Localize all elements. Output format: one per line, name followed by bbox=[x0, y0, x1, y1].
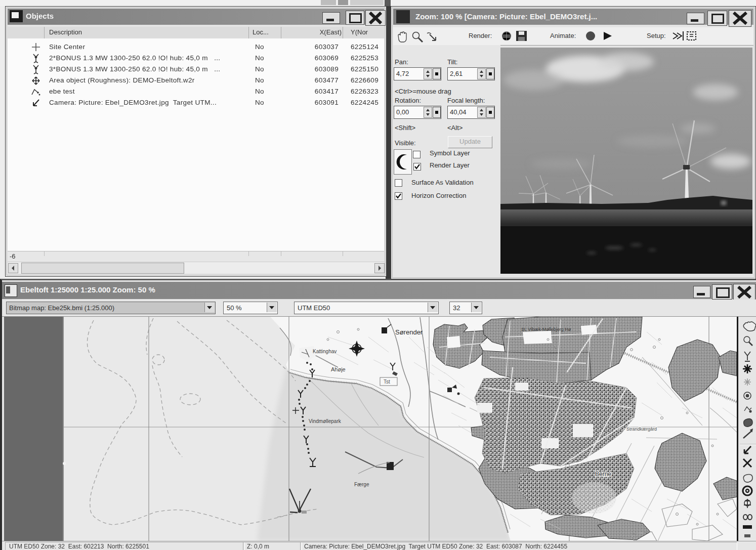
svg-text:Vindmøllepark: Vindmøllepark bbox=[309, 418, 342, 424]
svg-text:Færge: Færge bbox=[354, 482, 369, 487]
svg-text:Berne: Berne bbox=[595, 471, 611, 478]
svg-text:Animate:: Animate: bbox=[550, 32, 576, 39]
svg-text:Tst: Tst bbox=[384, 379, 390, 385]
svg-text:Render:: Render: bbox=[469, 32, 492, 39]
svg-text:Kattinghav: Kattinghav bbox=[313, 349, 337, 354]
svg-text:St. Vibæk-Møllebjerg Hø: St. Vibæk-Møllebjerg Hø bbox=[521, 327, 571, 332]
svg-text:Ahøje: Ahøje bbox=[331, 366, 346, 372]
svg-text:Strandkærgård: Strandkærgård bbox=[626, 427, 657, 432]
svg-text:Setup:: Setup: bbox=[647, 32, 666, 39]
svg-text:Sørender: Sørender bbox=[395, 328, 423, 336]
